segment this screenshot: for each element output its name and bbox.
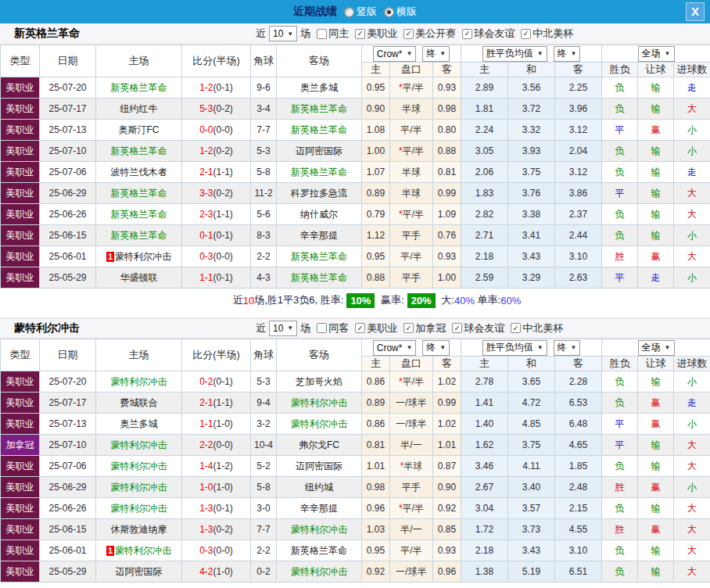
league-filter-checkbox[interactable]: ✓ <box>355 29 365 39</box>
result-cell: 负 <box>602 561 638 583</box>
result-cell: 负 <box>602 540 638 561</box>
avg-lose-cell: 1.85 <box>555 456 602 477</box>
handicap-result-cell: 赢 <box>638 414 674 435</box>
handicap-result-cell: 赢 <box>638 477 674 498</box>
team-name-text: 辛辛那提 <box>300 503 338 514</box>
avg-draw-cell: 3.38 <box>508 204 555 225</box>
goals-result-cell: 大 <box>674 561 710 583</box>
odds-home-cell: 0.89 <box>362 183 390 204</box>
result-cell: 平 <box>602 435 638 456</box>
league-type-cell: 美职业 <box>1 498 40 519</box>
fulltime-score: 1-0 <box>199 482 213 493</box>
away-team-cell: 辛辛那提 <box>277 498 362 519</box>
away-team-cell: 新英格兰革命 <box>277 99 362 120</box>
result-cell: 胜 <box>602 477 638 498</box>
col-away: 客场 <box>277 45 362 77</box>
fulltime-score: 0-3 <box>199 251 213 262</box>
halftime-score: (1-2) <box>213 461 233 471</box>
col-handicap-result: 让球 <box>638 357 674 371</box>
scope-select[interactable]: 全场▼ <box>638 46 675 62</box>
match-row: 美职业25-06-29蒙特利尔冲击1-0(1-0)5-8纽约城0.98平手0.9… <box>1 477 710 498</box>
corners-cell: 4-3 <box>251 267 277 289</box>
bookmaker-select[interactable]: Crow*▼ <box>373 46 417 62</box>
scope-select[interactable]: 全场▼ <box>638 340 675 356</box>
same-venue-checkbox[interactable] <box>317 29 327 39</box>
match-count-select[interactable]: 10▼ <box>269 321 297 336</box>
stats-segment: 60% <box>500 295 521 307</box>
stats-segment: 赢率: <box>378 293 403 307</box>
team-name-text: 蒙特利尔冲击 <box>291 524 347 535</box>
result-cell: 负 <box>602 225 638 246</box>
corners-cell: 9-4 <box>251 393 277 414</box>
league-type-cell: 美职业 <box>1 371 40 393</box>
league-filter-checkbox[interactable]: ✓ <box>511 323 521 333</box>
avg-win-cell: 1.38 <box>461 561 508 583</box>
team-name-text: 奥兰多城 <box>120 418 158 429</box>
goals-result-cell: 小 <box>674 477 710 498</box>
score-cell: 5-3(0-2) <box>182 99 251 120</box>
final-select-left[interactable]: 终▼ <box>422 46 450 62</box>
league-filter-checkbox[interactable]: ✓ <box>452 323 462 333</box>
league-filter-checkbox[interactable]: ✓ <box>403 29 414 39</box>
odds-home-cell: 0.89 <box>362 393 390 414</box>
league-filter-checkbox[interactable]: ✓ <box>355 323 365 333</box>
goals-result-cell: 大 <box>674 246 710 267</box>
result-cell: 负 <box>602 162 638 183</box>
home-team-cell: 纽约红牛 <box>96 99 182 120</box>
final-select-left[interactable]: 终▼ <box>422 340 450 356</box>
avg-win-cell: 2.18 <box>461 246 508 267</box>
away-team-cell: 科罗拉多急流 <box>277 183 362 204</box>
date-cell: 25-07-17 <box>40 393 96 414</box>
halftime-score: (0-1) <box>213 272 233 283</box>
average-select[interactable]: 胜平负均值▼ <box>482 46 547 62</box>
score-cell: 1-2(0-2) <box>182 141 251 162</box>
avg-draw-cell: 4.11 <box>508 456 555 477</box>
league-filter-checkbox[interactable]: ✓ <box>462 29 472 39</box>
league-filter-checkbox[interactable]: ✓ <box>403 323 414 333</box>
odds-home-cell: 0.92 <box>362 561 390 583</box>
away-team-cell: 纳什威尔 <box>277 204 362 225</box>
avg-win-cell: 2.06 <box>461 162 508 183</box>
match-row: 美职业25-07-20新英格兰革命1-2(0-1)9-6奥兰多城0.95*平/半… <box>1 77 710 99</box>
halftime-score: (1-0) <box>213 418 233 429</box>
final-select-right[interactable]: 终▼ <box>554 340 581 356</box>
league-filter-label: 中北美杯 <box>532 27 573 41</box>
odds-home-cell: 1.12 <box>362 225 390 246</box>
final-select-right[interactable]: 终▼ <box>554 46 581 62</box>
odds-home-cell: 0.81 <box>362 435 390 456</box>
goals-result-cell: 大 <box>674 204 710 225</box>
avg-lose-cell: 2.25 <box>555 77 602 99</box>
bookmaker-select[interactable]: Crow*▼ <box>373 340 417 356</box>
result-cell: 胜 <box>602 246 638 267</box>
odds-home-cell: 1.03 <box>362 519 390 540</box>
match-count-select[interactable]: 10▼ <box>269 26 297 41</box>
home-team-cell: 蒙特利尔冲击 <box>96 371 182 393</box>
home-team-cell: 费城联合 <box>96 393 182 414</box>
league-filters: ✓美职业✓美公开赛✓球会友谊✓中北美杯 <box>349 27 573 41</box>
sections-container: 新英格兰革命 近 10▼ 场 同主 ✓美职业✓美公开赛✓球会友谊✓中北美杯 类型… <box>0 23 710 583</box>
halftime-score: (1-1) <box>213 209 233 220</box>
same-venue-checkbox[interactable] <box>317 323 327 333</box>
halftime-score: (1-0) <box>213 482 233 493</box>
odds-away-cell: 0.76 <box>433 225 461 246</box>
radio-horizontal[interactable] <box>384 7 394 17</box>
league-filter-checkbox[interactable]: ✓ <box>521 29 531 39</box>
close-button[interactable]: X <box>686 2 705 21</box>
col-avg-win: 主 <box>461 357 508 371</box>
average-select[interactable]: 胜平负均值▼ <box>482 340 547 356</box>
corners-cell: 3-0 <box>251 498 277 519</box>
avg-lose-cell: 2.63 <box>555 267 602 289</box>
home-team-cell: 新英格兰革命 <box>96 225 182 246</box>
team-name-text: 蒙特利尔冲击 <box>115 545 171 556</box>
avg-draw-cell: 3.76 <box>508 183 555 204</box>
league-filter-label: 球会友谊 <box>464 321 504 335</box>
radio-vertical[interactable] <box>344 7 354 17</box>
chevron-down-icon: ▼ <box>287 30 293 38</box>
odds-away-cell: 0.93 <box>433 77 461 99</box>
team-name-text: 辛辛那提 <box>300 230 338 241</box>
odds-home-cell: 0.98 <box>362 477 390 498</box>
fulltime-score: 1-1 <box>199 418 213 429</box>
goals-result-cell: 大 <box>674 183 710 204</box>
handicap-result-cell: 输 <box>638 77 674 99</box>
col-odds-away: 客 <box>433 63 461 77</box>
